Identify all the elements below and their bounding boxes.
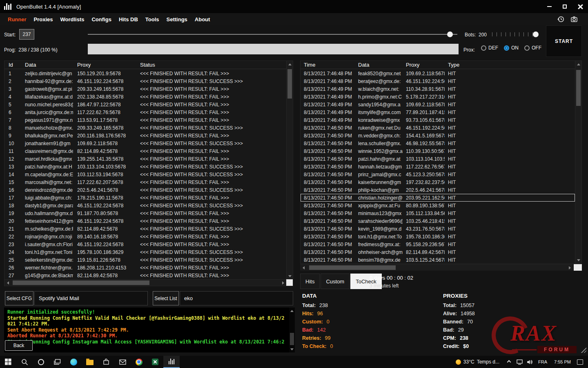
- proxy-mode-radio[interactable]: OFF: [524, 45, 541, 51]
- check-row[interactable]: 11 claasreimers@gmx.de 82.114.89.42:5678…: [4, 147, 286, 155]
- select-list-button[interactable]: Select List: [153, 291, 179, 305]
- store-button[interactable]: [98, 356, 114, 368]
- proxy-mode-radio[interactable]: DEF: [481, 45, 498, 51]
- scroll-down-icon[interactable]: [289, 346, 295, 352]
- hit-row[interactable]: 8/13/2021 7:46:50 PM toni.h1@gmx.net:To …: [301, 233, 575, 240]
- checks-horizontal-scrollbar[interactable]: [4, 279, 286, 286]
- scroll-up-icon[interactable]: [289, 307, 295, 314]
- scroll-right-icon[interactable]: [566, 265, 573, 271]
- column-data[interactable]: Data: [355, 62, 403, 68]
- hit-row[interactable]: 8/13/2021 7:46:49 PM w.blaich@gmx.net: 1…: [301, 85, 575, 93]
- progress-slider-thumb[interactable]: [447, 31, 453, 37]
- hit-row[interactable]: 8/13/2021 7:46:49 PM h.primo@gmx.net:C 5…: [301, 93, 575, 101]
- check-row[interactable]: 19 udo.hallmann@gmx.d 91.187.70.80:5678 …: [4, 209, 286, 217]
- check-row[interactable]: 8 manuelscholze@gmx. 209.33.249.165:5678…: [4, 124, 286, 132]
- hits-horizontal-scrollbar[interactable]: [300, 264, 573, 271]
- network-icon[interactable]: [514, 359, 525, 365]
- proxy-mode-radio[interactable]: ON: [504, 45, 519, 51]
- menu-item[interactable]: Tools: [142, 14, 163, 25]
- scrollbar-thumb[interactable]: [287, 69, 292, 99]
- scroll-right-icon[interactable]: [280, 280, 286, 286]
- check-row[interactable]: 21 m.schelkes@gmx.de:F 82.114.89.42:5678…: [4, 225, 286, 233]
- mail-button[interactable]: [114, 356, 131, 368]
- select-cfg-button[interactable]: Select CFG: [5, 291, 33, 305]
- column-type[interactable]: Type: [445, 62, 581, 68]
- hit-row[interactable]: 8/13/2021 7:46:50 PM ruken@gmx.net:Du 46…: [301, 124, 575, 132]
- hit-row[interactable]: 8/13/2021 7:46:50 PM hannah.lietzau@gm 1…: [301, 163, 575, 171]
- hits-vertical-scrollbar[interactable]: [575, 61, 581, 263]
- start-button[interactable]: START: [546, 25, 582, 57]
- start-input[interactable]: 237: [19, 29, 34, 40]
- hit-row[interactable]: 8/13/2021 7:46:50 PM kevin_1989@gmx.d 43…: [301, 225, 575, 233]
- scrollbar-thumb[interactable]: [13, 280, 149, 285]
- check-row[interactable]: 20 fetteseinhorn412@gm 46.151.192.224:56…: [4, 217, 286, 225]
- language-indicator[interactable]: FRA: [535, 359, 550, 364]
- minimize-button[interactable]: [541, 0, 557, 13]
- hit-row[interactable]: 8/13/2021 7:46:50 PM christian.holzinger…: [301, 194, 575, 202]
- hit-row[interactable]: 8/13/2021 7:46:50 PM winnie.1952@gmx.a 1…: [301, 147, 575, 155]
- check-row[interactable]: 15 marcosalhi@gmx.net: 117.222.62.207:56…: [4, 178, 286, 186]
- check-row[interactable]: 14 m.capelan@gmx.de:E 103.112.53.194:567…: [4, 171, 286, 178]
- hit-row[interactable]: 8/13/2021 7:46:49 PM sandy1954@gmx.a 109…: [301, 101, 575, 108]
- column-proxy[interactable]: Proxy: [403, 62, 445, 68]
- check-row[interactable]: 2 hannibal-92@gmx.de: 46.151.192.224:567…: [4, 77, 286, 85]
- check-row[interactable]: 24 toni.h1@gmx.net:Toni 195.78.100.186:3…: [4, 248, 286, 256]
- resize-grip[interactable]: [580, 347, 586, 353]
- scroll-up-icon[interactable]: [575, 61, 582, 67]
- hit-row[interactable]: 8/13/2021 7:46:49 PM konradweise@gmx 93.…: [301, 116, 575, 124]
- results-tab[interactable]: Custom: [321, 274, 350, 289]
- menu-item[interactable]: Hits DB: [115, 14, 142, 25]
- hit-row[interactable]: 8/13/2021 7:46:50 PM philip-kochan@gm 20…: [301, 186, 575, 194]
- check-row[interactable]: 7 pegasus1971@gmx.n 113.53.91.17:5678 <<…: [4, 116, 286, 124]
- menu-item[interactable]: About: [191, 14, 214, 25]
- hit-row[interactable]: 8/13/2021 7:46:48 PM feak8520@gmx.net 10…: [301, 70, 575, 77]
- scroll-down-icon[interactable]: [287, 273, 293, 279]
- wordlist-name-field[interactable]: eko: [180, 291, 293, 305]
- back-button[interactable]: Back: [5, 340, 33, 351]
- check-row[interactable]: 3 gastrowelt@gmx.at:pi 209.33.249.165:56…: [4, 85, 286, 93]
- scrollbar-thumb[interactable]: [290, 333, 294, 345]
- openbullet-taskbar-button[interactable]: [163, 356, 180, 368]
- progress-slider[interactable]: [88, 29, 457, 39]
- bots-slider[interactable]: [491, 29, 539, 39]
- check-row[interactable]: 26 werner.fichtner@gmx. 186.208.121.210:…: [4, 264, 286, 272]
- checks-vertical-scrollbar[interactable]: [286, 61, 293, 279]
- edge-button[interactable]: [65, 356, 82, 368]
- search-button[interactable]: [16, 356, 33, 368]
- hit-row[interactable]: 8/13/2021 7:46:48 PM beratjeez@gmx.de: 4…: [301, 77, 575, 85]
- results-tab[interactable]: Hits: [300, 274, 320, 289]
- task-view-button[interactable]: [49, 356, 65, 368]
- scroll-up-icon[interactable]: [287, 61, 293, 67]
- check-row[interactable]: 16 dennisdrozd@gmx.de 202.5.46.241:5678 …: [4, 186, 286, 194]
- bots-slider-thumb[interactable]: [533, 31, 539, 37]
- column-id[interactable]: Id: [4, 62, 21, 68]
- menu-item[interactable]: Runner: [4, 14, 30, 25]
- check-row[interactable]: 27 g145@gmx.de:Blackm 82.114.89.42:5678 …: [4, 272, 286, 279]
- menu-item[interactable]: Wordlists: [56, 14, 88, 25]
- log-console[interactable]: Runner initialized succesfully! Started …: [4, 307, 295, 352]
- column-proxy[interactable]: Proxy: [73, 62, 136, 68]
- close-button[interactable]: [572, 0, 588, 13]
- config-name-field[interactable]: Spotify Valid Mail: [34, 291, 148, 305]
- file-explorer-button[interactable]: [82, 356, 98, 368]
- check-row[interactable]: 13 patzi.hahn@gmx.at:H 103.113.104.103:5…: [4, 163, 286, 171]
- column-time[interactable]: Time: [301, 62, 355, 68]
- check-row[interactable]: 23 i.sauter@gmx.ch:Flori 46.151.192.224:…: [4, 240, 286, 248]
- check-row[interactable]: 6 anita.jurcic@gmx.de:m 117.222.62.76:56…: [4, 108, 286, 116]
- hit-row[interactable]: 8/13/2021 7:46:50 PM prinz_jamal@gmx.c 4…: [301, 171, 575, 178]
- column-data[interactable]: Data: [21, 62, 73, 68]
- scroll-left-icon[interactable]: [4, 280, 11, 286]
- scrollbar-thumb[interactable]: [309, 265, 396, 270]
- volume-icon[interactable]: [525, 359, 535, 365]
- screenshot-icon[interactable]: [570, 15, 578, 23]
- scroll-left-icon[interactable]: [300, 265, 307, 271]
- check-row[interactable]: 1 zeljko.dimitrijevic@gn 150.129.201.9:5…: [4, 70, 286, 77]
- history-icon[interactable]: [557, 15, 565, 23]
- check-row[interactable]: 12 marcel.hrdlicka@gmx 139.255.141.35:56…: [4, 155, 286, 163]
- menu-item[interactable]: Configs: [88, 14, 115, 25]
- cortana-button[interactable]: [33, 356, 49, 368]
- taskbar-clock[interactable]: 7:55 PM: [550, 359, 575, 364]
- column-status[interactable]: Status: [136, 62, 293, 68]
- hit-row[interactable]: 8/13/2021 7:46:50 PM bensim78@gmx.de 103…: [301, 256, 575, 263]
- hit-row[interactable]: 8/13/2021 7:46:50 PM minimaus123@gmx 105…: [301, 209, 575, 217]
